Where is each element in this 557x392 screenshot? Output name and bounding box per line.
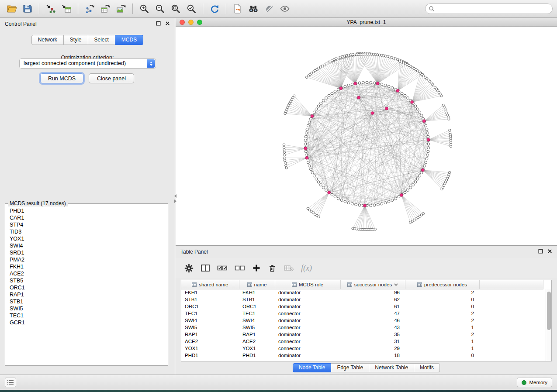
table-cell[interactable]: 2 [405, 310, 479, 317]
export-table-icon[interactable] [98, 2, 113, 15]
deselect-all-rows-icon[interactable] [235, 262, 245, 274]
table-cell[interactable]: RAP1 [181, 331, 239, 338]
float-panel-icon[interactable] [156, 21, 161, 27]
table-cell[interactable]: SWI5 [181, 324, 239, 331]
tab-node-table[interactable]: Node Table [293, 363, 332, 372]
function-builder-icon[interactable]: f(x) [301, 262, 312, 274]
table-cell[interactable]: ORC1 [239, 303, 275, 310]
table-row[interactable]: TEC1TEC1connector472 [181, 310, 543, 317]
mcds-result-item[interactable]: SWI4 [6, 242, 167, 249]
zoom-in-icon[interactable] [137, 2, 152, 15]
mcds-result-item[interactable]: RAP1 [6, 291, 167, 298]
table-cell[interactable]: PHD1 [239, 352, 275, 359]
window-zoom-icon[interactable] [197, 20, 202, 25]
table-row[interactable]: PHD1PHD1dominator180 [181, 352, 543, 359]
table-row[interactable]: ACE2ACE2connector311 [181, 338, 543, 345]
table-cell[interactable]: FKH1 [239, 289, 275, 296]
mcds-result-item[interactable]: ORC1 [6, 284, 167, 291]
table-cell[interactable]: dominator [275, 303, 340, 310]
export-network-icon[interactable] [82, 2, 97, 15]
mcds-result-list[interactable]: PHD1CAR1STP4TID3YOX1SWI4SRD1PMA2FKH1ACE2… [6, 207, 167, 364]
zoom-out-icon[interactable] [152, 2, 167, 15]
table-cell[interactable]: STB1 [181, 296, 239, 303]
table-cell[interactable]: PHD1 [181, 352, 239, 359]
apply-layout-icon[interactable] [207, 2, 222, 15]
mcds-result-item[interactable]: STB5 [6, 277, 167, 284]
close-panel-icon[interactable] [165, 21, 170, 27]
tab-select[interactable]: Select [88, 35, 115, 45]
mcds-result-item[interactable]: SWI5 [6, 305, 167, 312]
mcds-result-item[interactable]: STB1 [6, 298, 167, 305]
table-row[interactable]: YOX1YOX1connector291 [181, 345, 543, 352]
table-cell[interactable]: 31 [340, 338, 405, 345]
table-cell[interactable]: 1 [405, 345, 479, 352]
table-cell[interactable] [479, 296, 543, 303]
table-cell[interactable]: RAP1 [239, 331, 275, 338]
mcds-result-item[interactable]: TEC1 [6, 312, 167, 319]
table-cell[interactable] [479, 310, 543, 317]
table-cell[interactable]: YOX1 [239, 345, 275, 352]
table-row[interactable]: RAP1RAP1dominator352 [181, 331, 543, 338]
table-cell[interactable]: 2 [405, 331, 479, 338]
table-scrollbar[interactable] [546, 289, 551, 361]
table-cell[interactable]: YOX1 [181, 345, 239, 352]
table-row[interactable]: SWI4SWI4dominator462 [181, 317, 543, 324]
table-cell[interactable]: 96 [340, 289, 405, 296]
table-cell[interactable] [479, 331, 543, 338]
mcds-result-item[interactable]: PHD1 [6, 207, 167, 214]
table-cell[interactable]: dominator [275, 317, 340, 324]
search-input[interactable] [425, 3, 553, 14]
table-cell[interactable]: SWI4 [239, 317, 275, 324]
table-cell[interactable]: 0 [405, 352, 479, 359]
table-cell[interactable] [479, 317, 543, 324]
table-cell[interactable]: dominator [275, 352, 340, 359]
close-panel-button[interactable]: Close panel [89, 73, 134, 83]
delete-column-icon[interactable] [268, 262, 277, 274]
table-cell[interactable]: 2 [405, 289, 479, 296]
close-panel-icon[interactable] [547, 249, 552, 255]
table-cell[interactable]: 62 [340, 296, 405, 303]
table-cell[interactable]: 0 [405, 296, 479, 303]
table-cell[interactable]: TEC1 [239, 310, 275, 317]
table-cell[interactable]: SWI5 [239, 324, 275, 331]
column-header-mcds-role[interactable]: MCDS role [275, 280, 340, 289]
table-cell[interactable]: dominator [275, 331, 340, 338]
table-cell[interactable]: STB1 [239, 296, 275, 303]
table-settings-gear-icon[interactable] [184, 262, 194, 274]
table-cell[interactable]: 1 [405, 338, 479, 345]
table-cell[interactable] [479, 303, 543, 310]
zoom-selected-icon[interactable] [184, 2, 199, 15]
collapse-left-icon[interactable] [174, 194, 176, 198]
table-row[interactable]: SWI5SWI5connector431 [181, 324, 543, 331]
mcds-result-item[interactable]: TID3 [6, 228, 167, 235]
window-close-icon[interactable] [180, 20, 185, 25]
table-row[interactable]: STB1STB1dominator620 [181, 296, 543, 303]
table-cell[interactable]: FKH1 [181, 289, 239, 296]
import-table-icon[interactable] [59, 2, 74, 15]
import-public-network-icon[interactable] [230, 2, 245, 15]
table-cell[interactable]: connector [275, 338, 340, 345]
search-network-icon[interactable] [246, 2, 261, 15]
table-cell[interactable]: dominator [275, 289, 340, 296]
column-header-predecessor-nodes[interactable]: predecessor nodes [405, 280, 479, 289]
table-cell[interactable] [479, 338, 543, 345]
select-all-rows-icon[interactable] [217, 262, 228, 274]
table-cell[interactable]: connector [275, 324, 340, 331]
status-menu-button[interactable] [5, 378, 16, 387]
mcds-result-item[interactable]: ACE2 [6, 270, 167, 277]
export-image-icon[interactable] [114, 2, 128, 15]
mcds-result-item[interactable]: PMA2 [6, 256, 167, 263]
save-session-icon[interactable] [20, 2, 35, 15]
table-cell[interactable]: 29 [340, 345, 405, 352]
table-cell[interactable]: connector [275, 310, 340, 317]
table-cell[interactable]: 0 [405, 303, 479, 310]
tab-mcds[interactable]: MCDS [115, 35, 143, 45]
table-cell[interactable]: 47 [340, 310, 405, 317]
memory-button[interactable]: Memory [517, 378, 552, 387]
mcds-result-item[interactable]: GCR1 [6, 319, 167, 326]
table-cell[interactable] [479, 352, 543, 359]
add-column-icon[interactable] [252, 262, 261, 274]
table-cell[interactable]: ORC1 [181, 303, 239, 310]
table-cell[interactable]: 1 [405, 324, 479, 331]
table-cell[interactable]: dominator [275, 296, 340, 303]
